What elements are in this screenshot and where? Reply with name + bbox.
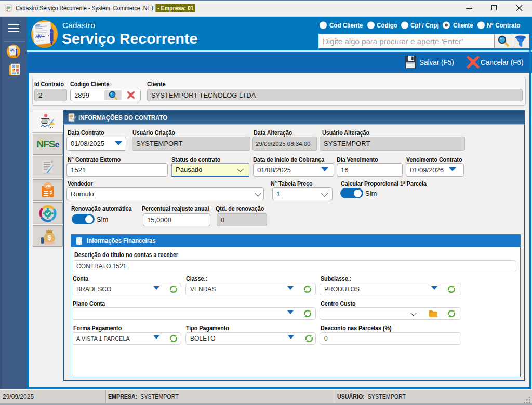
svg-text:$: $ [47, 233, 51, 241]
